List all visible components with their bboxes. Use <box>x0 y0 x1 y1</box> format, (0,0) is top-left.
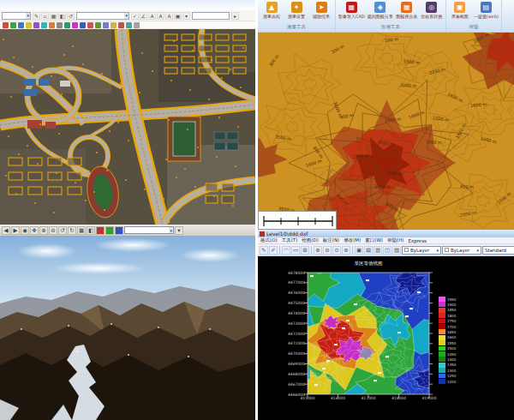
menu-item[interactable]: Express <box>408 238 426 243</box>
palette-icon[interactable] <box>80 22 86 28</box>
cad-tool-icon[interactable]: ⊕ <box>314 246 322 255</box>
palette-icon[interactable] <box>118 22 124 28</box>
cad-property-combo[interactable]: ByLayer▾ <box>402 246 441 255</box>
terrain-apply-button[interactable]: ▾ <box>175 226 183 235</box>
terrain-tool-icon[interactable]: ✥ <box>30 226 39 235</box>
ribbon-button[interactable]: ➤辅助结果 <box>310 1 332 23</box>
terrain-tool-icon[interactable]: ↻ <box>68 226 76 235</box>
terrain-tool-icon[interactable]: ◉ <box>21 226 29 235</box>
menu-item[interactable]: 修改(M) <box>344 237 361 243</box>
cad-tool-icon[interactable]: ▥ <box>374 246 382 255</box>
palette-icon[interactable] <box>64 22 70 28</box>
cad-tool-icon[interactable]: ◫ <box>383 246 391 255</box>
ribbon-button[interactable]: ▲测量高程 <box>260 1 283 23</box>
toolbar-icon[interactable]: ∠ <box>140 12 147 20</box>
legend-swatch <box>439 313 445 318</box>
terrain-mode-combo[interactable]: ▾ <box>124 226 174 234</box>
ribbon-button[interactable]: ✦测量设置 <box>285 1 308 23</box>
menu-item[interactable]: 绘图(D) <box>302 237 319 243</box>
menu-item[interactable]: 工具(T) <box>282 237 298 243</box>
palette-icon[interactable] <box>33 22 39 28</box>
ribbon-button-label: 测量高程 <box>263 14 280 19</box>
cad-tool-icon[interactable]: ▨ <box>392 246 401 255</box>
render-layer-icon[interactable] <box>105 226 114 235</box>
layer-combo[interactable]: ▾ <box>2 12 31 20</box>
go-button[interactable]: ▸ <box>231 12 239 20</box>
terrain-tool-icon[interactable]: ◧ <box>87 226 95 235</box>
menu-item[interactable]: 窗口(W) <box>365 237 383 243</box>
cad-property-combo[interactable]: ByLayer▾ <box>442 246 481 255</box>
ribbon-button[interactable]: ▦图幅接合表 <box>396 1 418 23</box>
terrain-tool-icon[interactable]: ▦ <box>77 226 86 235</box>
palette-icon[interactable] <box>10 22 16 28</box>
cad-tool-icon[interactable]: ⊙ <box>332 246 341 255</box>
palette-icon[interactable] <box>95 22 101 28</box>
cad-tool-icon[interactable]: ▭ <box>291 246 300 255</box>
cad-tool-icon[interactable]: ▤ <box>364 246 373 255</box>
satellite-map-viewport[interactable] <box>0 29 255 225</box>
render-layer-icon[interactable] <box>115 226 123 235</box>
menu-item[interactable]: 帮助(H) <box>387 237 403 243</box>
palette-icon[interactable] <box>57 22 63 28</box>
terrain-viewport[interactable] <box>0 237 255 420</box>
ribbon-button-label: 图幅接合表 <box>396 14 417 19</box>
cad-tool-icon[interactable]: ⊞ <box>301 246 309 255</box>
cad-property-combo[interactable]: Standard▾ <box>482 246 514 255</box>
toolbar-icon[interactable]: ✓ <box>131 12 139 20</box>
ribbon-button-label: 屏幕截图 <box>451 14 469 19</box>
search-input[interactable] <box>192 12 230 20</box>
ribbon-button[interactable]: ▣屏幕截图 <box>449 1 471 23</box>
cad-tool-icon[interactable]: ⊖ <box>323 246 332 255</box>
ribbon-group-3: ▣屏幕截图▤一键搜(web)帮助 <box>446 0 502 32</box>
ribbon-button-label: 辅助结果 <box>313 14 330 19</box>
terrain-tool-icon[interactable]: ↺ <box>58 226 67 235</box>
cad-tool-icon[interactable]: ◠ <box>282 246 290 255</box>
palette-icon[interactable] <box>3 22 9 28</box>
palette-icon[interactable] <box>26 22 32 28</box>
palette-icon[interactable] <box>49 22 55 28</box>
cad-tool-icon[interactable]: ✎ <box>260 246 268 255</box>
terrain-render-canvas <box>0 237 255 420</box>
palette-icon[interactable] <box>18 22 24 28</box>
contour-map-viewport[interactable]: 100 m1000 m200 m5500 m2200 m300 m2000 m1… <box>258 33 514 230</box>
ribbon-button[interactable]: ◎坐标系转换 <box>421 1 443 23</box>
ribbon-button-label: 测量设置 <box>288 14 305 19</box>
palette-icon[interactable] <box>87 22 93 28</box>
menu-item[interactable]: 格式(O) <box>260 237 278 243</box>
ribbon-button[interactable]: ◈规则图幅分享 <box>368 1 393 23</box>
render-layer-icon[interactable] <box>96 226 105 235</box>
ribbon-button[interactable]: ▦影像导入CAD <box>338 1 365 23</box>
y-axis-tick-label: 4467000 <box>286 382 305 387</box>
toolbar-icon[interactable]: ↺ <box>67 12 75 20</box>
cad-tool-icon[interactable]: ⊛ <box>342 246 350 255</box>
toolbar-icon[interactable]: ▣ <box>174 12 182 20</box>
palette-icon[interactable] <box>126 22 132 28</box>
terrain-tool-icon[interactable]: ◀ <box>2 226 10 235</box>
palette-icon[interactable] <box>41 22 47 28</box>
cad-tool-icon[interactable]: ▣ <box>355 246 363 255</box>
terrain-tool-icon[interactable]: ▶ <box>11 226 20 235</box>
cad-tool-icon[interactable]: ✐ <box>269 246 278 255</box>
cad-titlebar[interactable]: Level10\ddd.dxf <box>258 230 514 237</box>
terrain-tool-icon[interactable]: ⊖ <box>49 226 57 235</box>
toolbar-icon[interactable]: ▫ <box>41 12 49 20</box>
terrain-toolbar: ◀▶◉✥⊕⊖↺↻▦◧ ▾ ▾ <box>0 225 255 237</box>
toolbar-icon[interactable]: A <box>157 12 164 20</box>
style-combo[interactable]: ▾ <box>76 12 129 20</box>
palette-icon[interactable] <box>103 22 109 28</box>
menu-item[interactable]: 标注(N) <box>323 237 339 243</box>
toolbar-icon[interactable]: ▾ <box>182 12 190 20</box>
toolbar-icon[interactable]: A <box>165 12 173 20</box>
ribbon-button[interactable]: ▤一键搜(web) <box>474 1 499 23</box>
terrain-tool-icon[interactable]: ⊕ <box>39 226 48 235</box>
palette-icon[interactable] <box>111 22 117 28</box>
toolbar-icon[interactable]: ◧ <box>58 12 66 20</box>
toolbar-icon[interactable]: ▦ <box>50 12 57 20</box>
legend-swatch <box>439 346 445 351</box>
ribbon-button-label: 规则图幅分享 <box>368 14 393 19</box>
palette-icon[interactable] <box>72 22 78 28</box>
x-axis-tick-label: 415000 <box>297 396 318 400</box>
toolbar-icon[interactable]: ✎ <box>33 12 40 20</box>
toolbar-icon[interactable]: A <box>148 12 156 20</box>
palette-icon[interactable] <box>134 22 140 28</box>
